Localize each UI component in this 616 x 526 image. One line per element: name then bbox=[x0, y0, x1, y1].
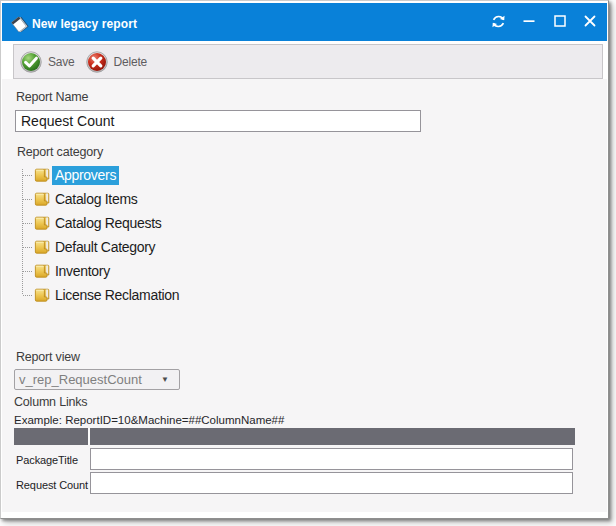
report-name-label: Report Name bbox=[16, 90, 88, 104]
report-category-tree: Approvers Catalog Items bbox=[2, 163, 402, 307]
report-category-label: Report category bbox=[17, 145, 103, 159]
tree-item-label: Inventory bbox=[52, 262, 113, 281]
report-view-label: Report view bbox=[16, 350, 80, 364]
screen: New legacy report bbox=[0, 0, 616, 526]
report-name-input[interactable] bbox=[15, 110, 421, 132]
delete-x-icon bbox=[86, 51, 108, 73]
report-view-value: v_rep_RequestCount bbox=[19, 372, 161, 387]
packagetitle-link-input[interactable] bbox=[90, 448, 573, 470]
maximize-button[interactable] bbox=[546, 7, 574, 35]
grid-row-label-packagetitle: PackageTitle bbox=[16, 454, 78, 466]
grid-header-name-column bbox=[14, 428, 88, 445]
save-button[interactable]: Save bbox=[16, 45, 79, 78]
tree-branch-line bbox=[23, 175, 33, 176]
tree-item-catalog-requests[interactable]: Catalog Requests bbox=[2, 211, 402, 235]
report-view-dropdown[interactable]: v_rep_RequestCount ▼ bbox=[14, 369, 180, 390]
column-links-label: Column Links bbox=[14, 395, 87, 409]
folder-icon bbox=[34, 215, 51, 231]
tree-item-approvers[interactable]: Approvers bbox=[2, 163, 402, 187]
tree-branch-line bbox=[23, 295, 33, 296]
delete-label: Delete bbox=[114, 55, 148, 69]
titlebar[interactable]: New legacy report bbox=[2, 3, 607, 41]
tree-branch-line bbox=[23, 223, 33, 224]
form-body: Report Name Report category Approvers bbox=[2, 79, 607, 512]
refresh-button[interactable] bbox=[484, 7, 512, 35]
toolbar: Save Delete bbox=[13, 44, 603, 79]
report-notepad-icon bbox=[10, 15, 29, 34]
window-title: New legacy report bbox=[32, 17, 137, 31]
folder-icon bbox=[34, 191, 51, 207]
folder-icon bbox=[34, 239, 51, 255]
dialog-window: New legacy report bbox=[0, 0, 609, 519]
request-count-link-input[interactable] bbox=[90, 472, 573, 494]
folder-icon bbox=[34, 167, 51, 183]
folder-icon bbox=[34, 263, 51, 279]
grid-row-label-request-count: Request Count bbox=[16, 479, 88, 491]
grid-header-link-column bbox=[90, 428, 575, 445]
tree-item-label: License Reclamation bbox=[52, 286, 182, 305]
tree-branch-line bbox=[23, 271, 33, 272]
tree-item-label: Default Category bbox=[52, 238, 158, 257]
folder-icon bbox=[34, 287, 51, 303]
grid-header-divider bbox=[88, 428, 90, 445]
tree-item-inventory[interactable]: Inventory bbox=[2, 259, 402, 283]
dropdown-arrow-icon: ▼ bbox=[161, 375, 169, 384]
save-label: Save bbox=[48, 55, 75, 69]
tree-item-label: Catalog Items bbox=[52, 190, 140, 209]
tree-item-label: Approvers bbox=[52, 166, 119, 185]
tree-item-label: Catalog Requests bbox=[52, 214, 165, 233]
tree-branch-line bbox=[23, 199, 33, 200]
tree-item-license-reclamation[interactable]: License Reclamation bbox=[2, 283, 402, 307]
tree-branch-line bbox=[23, 247, 33, 248]
minimize-button[interactable] bbox=[515, 7, 543, 35]
refresh-icon bbox=[490, 13, 507, 30]
close-icon bbox=[582, 13, 598, 29]
minimize-icon bbox=[521, 13, 537, 29]
delete-button[interactable]: Delete bbox=[82, 45, 152, 78]
maximize-icon bbox=[552, 13, 568, 29]
tree-item-default-category[interactable]: Default Category bbox=[2, 235, 402, 259]
save-check-icon bbox=[20, 51, 42, 73]
tree-item-catalog-items[interactable]: Catalog Items bbox=[2, 187, 402, 211]
column-links-example: Example: ReportID=10&Machine=##ColumnNam… bbox=[14, 413, 284, 427]
close-button[interactable] bbox=[576, 7, 604, 35]
